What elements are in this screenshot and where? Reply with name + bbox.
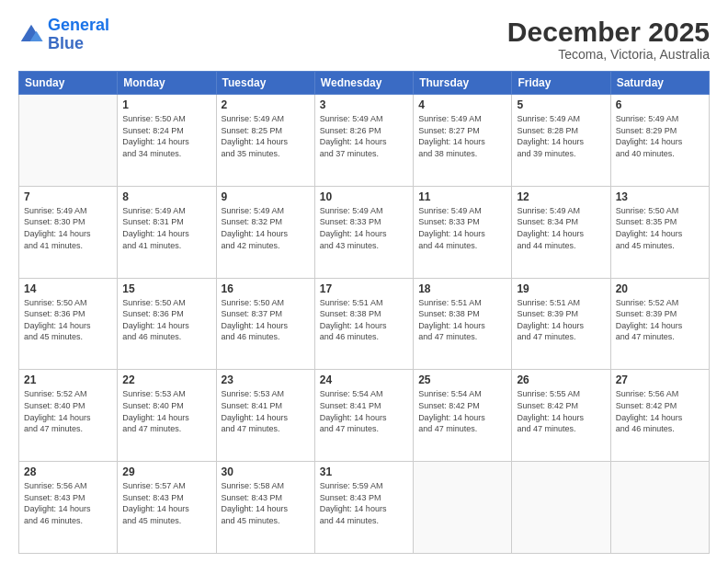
- cell-info: Sunrise: 5:49 AMSunset: 8:33 PMDaylight:…: [418, 205, 506, 251]
- cell-info: Sunrise: 5:50 AMSunset: 8:24 PMDaylight:…: [122, 113, 210, 159]
- cell-info: Sunrise: 5:50 AMSunset: 8:35 PMDaylight:…: [616, 205, 704, 251]
- day-number: 15: [122, 282, 210, 295]
- cell-info: Sunrise: 5:50 AMSunset: 8:36 PMDaylight:…: [24, 297, 112, 343]
- calendar-cell: 14Sunrise: 5:50 AMSunset: 8:36 PMDayligh…: [19, 278, 118, 370]
- day-number: 8: [122, 190, 210, 203]
- week-row-2: 14Sunrise: 5:50 AMSunset: 8:36 PMDayligh…: [19, 278, 710, 370]
- calendar-cell: 27Sunrise: 5:56 AMSunset: 8:42 PMDayligh…: [610, 370, 709, 462]
- calendar-cell: 1Sunrise: 5:50 AMSunset: 8:24 PMDaylight…: [118, 95, 216, 187]
- cell-info: Sunrise: 5:58 AMSunset: 8:43 PMDaylight:…: [222, 480, 310, 526]
- day-number: 21: [24, 373, 112, 386]
- cell-info: Sunrise: 5:53 AMSunset: 8:40 PMDaylight:…: [122, 388, 210, 434]
- day-number: 19: [517, 282, 605, 295]
- cell-info: Sunrise: 5:52 AMSunset: 8:40 PMDaylight:…: [24, 388, 112, 434]
- calendar-body: 1Sunrise: 5:50 AMSunset: 8:24 PMDaylight…: [19, 95, 710, 554]
- weekday-header-row: SundayMondayTuesdayWednesdayThursdayFrid…: [19, 72, 710, 95]
- cell-info: Sunrise: 5:49 AMSunset: 8:27 PMDaylight:…: [418, 113, 506, 159]
- calendar-cell: 16Sunrise: 5:50 AMSunset: 8:37 PMDayligh…: [216, 278, 314, 370]
- day-number: 25: [418, 373, 506, 386]
- week-row-4: 28Sunrise: 5:56 AMSunset: 8:43 PMDayligh…: [19, 462, 710, 554]
- cell-info: Sunrise: 5:51 AMSunset: 8:38 PMDaylight:…: [320, 297, 408, 343]
- header: General Blue December 2025 Tecoma, Victo…: [18, 17, 710, 62]
- week-row-3: 21Sunrise: 5:52 AMSunset: 8:40 PMDayligh…: [19, 370, 710, 462]
- cell-info: Sunrise: 5:49 AMSunset: 8:29 PMDaylight:…: [616, 113, 704, 159]
- calendar-cell: 10Sunrise: 5:49 AMSunset: 8:33 PMDayligh…: [314, 186, 413, 278]
- cell-info: Sunrise: 5:56 AMSunset: 8:42 PMDaylight:…: [616, 388, 704, 434]
- day-number: 14: [24, 282, 112, 295]
- weekday-header-friday: Friday: [512, 72, 610, 95]
- cell-info: Sunrise: 5:49 AMSunset: 8:34 PMDaylight:…: [517, 205, 605, 251]
- cell-info: Sunrise: 5:51 AMSunset: 8:39 PMDaylight:…: [517, 297, 605, 343]
- day-number: 23: [222, 373, 310, 386]
- weekday-header-saturday: Saturday: [610, 72, 709, 95]
- cell-info: Sunrise: 5:49 AMSunset: 8:30 PMDaylight:…: [24, 205, 112, 251]
- calendar-cell: 30Sunrise: 5:58 AMSunset: 8:43 PMDayligh…: [216, 462, 314, 554]
- cell-info: Sunrise: 5:56 AMSunset: 8:43 PMDaylight:…: [24, 480, 112, 526]
- calendar-cell: 9Sunrise: 5:49 AMSunset: 8:32 PMDaylight…: [216, 186, 314, 278]
- day-number: 20: [616, 282, 704, 295]
- calendar-cell: 21Sunrise: 5:52 AMSunset: 8:40 PMDayligh…: [19, 370, 118, 462]
- cell-info: Sunrise: 5:54 AMSunset: 8:41 PMDaylight:…: [320, 388, 408, 434]
- cell-info: Sunrise: 5:50 AMSunset: 8:36 PMDaylight:…: [122, 297, 210, 343]
- month-title: December 2025: [507, 17, 710, 47]
- calendar-cell: 4Sunrise: 5:49 AMSunset: 8:27 PMDaylight…: [414, 95, 512, 187]
- calendar-cell: 19Sunrise: 5:51 AMSunset: 8:39 PMDayligh…: [512, 278, 610, 370]
- day-number: 31: [320, 465, 408, 478]
- weekday-header-wednesday: Wednesday: [314, 72, 413, 95]
- weekday-header-monday: Monday: [118, 72, 216, 95]
- day-number: 10: [320, 190, 408, 203]
- cell-info: Sunrise: 5:57 AMSunset: 8:43 PMDaylight:…: [122, 480, 210, 526]
- day-number: 12: [517, 190, 605, 203]
- logo-icon: [18, 22, 44, 48]
- calendar-cell: 2Sunrise: 5:49 AMSunset: 8:25 PMDaylight…: [216, 95, 314, 187]
- calendar-cell: 24Sunrise: 5:54 AMSunset: 8:41 PMDayligh…: [314, 370, 413, 462]
- day-number: 24: [320, 373, 408, 386]
- day-number: 28: [24, 465, 112, 478]
- cell-info: Sunrise: 5:50 AMSunset: 8:37 PMDaylight:…: [222, 297, 310, 343]
- calendar-cell: [610, 462, 709, 554]
- day-number: 1: [122, 98, 210, 111]
- title-block: December 2025 Tecoma, Victoria, Australi…: [507, 17, 710, 62]
- day-number: 4: [418, 98, 506, 111]
- day-number: 7: [24, 190, 112, 203]
- location-subtitle: Tecoma, Victoria, Australia: [507, 47, 710, 62]
- day-number: 13: [616, 190, 704, 203]
- cell-info: Sunrise: 5:51 AMSunset: 8:38 PMDaylight:…: [418, 297, 506, 343]
- calendar-cell: [414, 462, 512, 554]
- page: General Blue December 2025 Tecoma, Victo…: [0, 0, 728, 563]
- calendar-cell: 5Sunrise: 5:49 AMSunset: 8:28 PMDaylight…: [512, 95, 610, 187]
- day-number: 27: [616, 373, 704, 386]
- weekday-header-sunday: Sunday: [19, 72, 118, 95]
- day-number: 6: [616, 98, 704, 111]
- day-number: 5: [517, 98, 605, 111]
- day-number: 2: [222, 98, 310, 111]
- day-number: 17: [320, 282, 408, 295]
- day-number: 11: [418, 190, 506, 203]
- calendar-cell: 7Sunrise: 5:49 AMSunset: 8:30 PMDaylight…: [19, 186, 118, 278]
- calendar-cell: 11Sunrise: 5:49 AMSunset: 8:33 PMDayligh…: [414, 186, 512, 278]
- calendar-cell: 28Sunrise: 5:56 AMSunset: 8:43 PMDayligh…: [19, 462, 118, 554]
- cell-info: Sunrise: 5:52 AMSunset: 8:39 PMDaylight:…: [616, 297, 704, 343]
- calendar-cell: 12Sunrise: 5:49 AMSunset: 8:34 PMDayligh…: [512, 186, 610, 278]
- cell-info: Sunrise: 5:53 AMSunset: 8:41 PMDaylight:…: [222, 388, 310, 434]
- day-number: 26: [517, 373, 605, 386]
- day-number: 18: [418, 282, 506, 295]
- calendar-cell: [512, 462, 610, 554]
- cell-info: Sunrise: 5:54 AMSunset: 8:42 PMDaylight:…: [418, 388, 506, 434]
- cell-info: Sunrise: 5:49 AMSunset: 8:26 PMDaylight:…: [320, 113, 408, 159]
- day-number: 30: [222, 465, 310, 478]
- cell-info: Sunrise: 5:49 AMSunset: 8:33 PMDaylight:…: [320, 205, 408, 251]
- calendar-table: SundayMondayTuesdayWednesdayThursdayFrid…: [18, 71, 710, 554]
- cell-info: Sunrise: 5:49 AMSunset: 8:28 PMDaylight:…: [517, 113, 605, 159]
- calendar-cell: 3Sunrise: 5:49 AMSunset: 8:26 PMDaylight…: [314, 95, 413, 187]
- cell-info: Sunrise: 5:49 AMSunset: 8:25 PMDaylight:…: [222, 113, 310, 159]
- week-row-0: 1Sunrise: 5:50 AMSunset: 8:24 PMDaylight…: [19, 95, 710, 187]
- calendar-cell: 29Sunrise: 5:57 AMSunset: 8:43 PMDayligh…: [118, 462, 216, 554]
- calendar-cell: 22Sunrise: 5:53 AMSunset: 8:40 PMDayligh…: [118, 370, 216, 462]
- week-row-1: 7Sunrise: 5:49 AMSunset: 8:30 PMDaylight…: [19, 186, 710, 278]
- day-number: 29: [122, 465, 210, 478]
- calendar-cell: 8Sunrise: 5:49 AMSunset: 8:31 PMDaylight…: [118, 186, 216, 278]
- day-number: 22: [122, 373, 210, 386]
- calendar-cell: 25Sunrise: 5:54 AMSunset: 8:42 PMDayligh…: [414, 370, 512, 462]
- calendar-cell: 6Sunrise: 5:49 AMSunset: 8:29 PMDaylight…: [610, 95, 709, 187]
